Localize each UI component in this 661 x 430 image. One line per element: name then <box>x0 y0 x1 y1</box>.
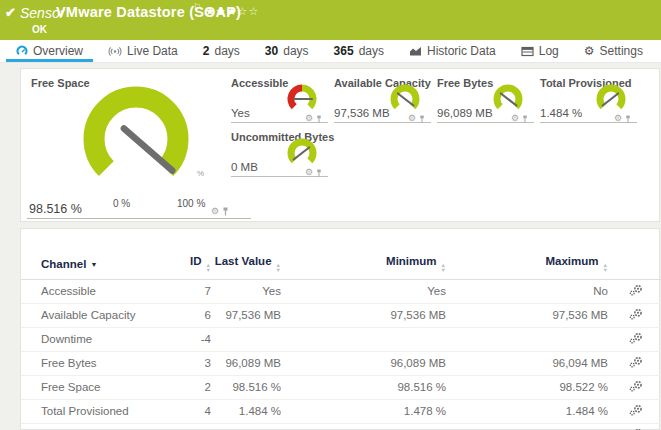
mini-gauge-accessible: Accessible Yes ⚙ <box>231 77 328 125</box>
channel-settings-icon[interactable] <box>629 404 643 416</box>
channel-settings-icon[interactable] <box>629 284 643 296</box>
tab-label: days <box>214 44 239 58</box>
channel-gear-icon[interactable]: ⚙ <box>511 114 519 123</box>
tab-historic-data[interactable]: Historic Data <box>405 40 500 62</box>
col-header-last-value[interactable]: Last Value▲▼ <box>211 249 281 280</box>
channel-gear-icon[interactable]: ⚙ <box>408 114 416 123</box>
tab-live-data[interactable]: Live Data <box>104 40 182 62</box>
table-row[interactable]: Available Capacity697,536 MB97,536 MB97,… <box>21 304 661 328</box>
pin-icon[interactable] <box>316 169 322 177</box>
gauge-needle <box>124 129 172 171</box>
priority-stars[interactable]: ★★★☆☆ <box>205 5 259 18</box>
gear-icon: ⚙ <box>584 45 595 57</box>
channel-maximum: 96,094 MB <box>446 352 608 376</box>
mini-gauge-value: 0 MB <box>231 161 258 173</box>
gauge-needle <box>294 148 309 160</box>
tab-label: Settings <box>600 44 643 58</box>
channel-table: Channel▼ ID▲▼ Last Value▲▼ Minimum▲▼ Max… <box>21 249 661 430</box>
channel-name[interactable]: Available Capacity <box>21 304 171 328</box>
channel-gear-icon[interactable]: ⚙ <box>614 114 622 123</box>
channel-maximum: 0 MB <box>446 424 608 430</box>
col-header-actions <box>608 249 661 280</box>
log-icon <box>521 46 534 57</box>
sort-desc-icon: ▼ <box>90 261 97 268</box>
col-header-minimum[interactable]: Minimum▲▼ <box>281 249 446 280</box>
pin-icon[interactable] <box>625 115 631 123</box>
pin-icon[interactable] <box>316 115 322 123</box>
channel-name[interactable]: Free Space <box>21 376 171 400</box>
tab-365-days[interactable]: 365days <box>330 40 388 62</box>
channel-maximum: 98.522 % <box>446 376 608 400</box>
gauge-max-label: 100 % <box>177 198 205 209</box>
mini-gauge-value: 1.484 % <box>540 107 582 119</box>
channel-gear-icon[interactable]: ⚙ <box>305 114 313 123</box>
channel-last-value: Yes <box>211 280 281 304</box>
gauge-icon <box>16 45 28 57</box>
table-row[interactable]: Accessible7YesYesNo <box>21 280 661 304</box>
tab-overview[interactable]: Overview <box>12 40 87 62</box>
sensor-status-header: ✔ Sensor VMware Datastore (SOAP) ⚐ ★★★☆☆… <box>0 0 661 40</box>
channel-last-value: 0 MB <box>211 424 281 430</box>
stars-filled: ★★★ <box>205 5 238 17</box>
gauge-min-label: 0 % <box>113 198 130 209</box>
col-header-channel[interactable]: Channel▼ <box>21 249 171 280</box>
tab-30-days[interactable]: 30days <box>261 40 313 62</box>
channel-minimum: Yes <box>281 280 446 304</box>
gauge-unit-label: % <box>197 169 204 178</box>
channel-gear-icon[interactable]: ⚙ <box>305 168 313 177</box>
channel-id: 5 <box>171 424 211 430</box>
mini-gauge-value: Yes <box>231 107 250 119</box>
mini-gauge-uncommitted-bytes: Uncommitted Bytes 0 MB ⚙ <box>231 131 328 179</box>
tab-2-days[interactable]: 2days <box>199 40 244 62</box>
mini-gauge-total-provisioned: Total Provisioned 1.484 % ⚙ <box>540 77 637 125</box>
pin-icon[interactable] <box>222 207 229 216</box>
channel-name[interactable]: Accessible <box>21 280 171 304</box>
table-row[interactable]: Total Provisioned41.484 %1.478 %1.484 % <box>21 400 661 424</box>
channel-minimum: 98.516 % <box>281 376 446 400</box>
channel-id: 6 <box>171 304 211 328</box>
chart-icon <box>409 45 422 57</box>
channel-minimum <box>281 328 446 352</box>
flag-icon[interactable]: ⚐ <box>193 2 201 12</box>
status-badge: OK <box>32 24 47 35</box>
prtg-sensor-page: { "colors": { "brand_green": "#a8c12c", … <box>0 0 661 430</box>
channel-settings-icon[interactable] <box>629 356 643 368</box>
channel-name[interactable]: Uncommitted Bytes <box>21 424 171 430</box>
channel-settings-icon[interactable] <box>629 308 643 320</box>
channel-last-value: 96,089 MB <box>211 352 281 376</box>
table-row[interactable]: Free Space298.516 %98.516 %98.522 % <box>21 376 661 400</box>
channel-name[interactable]: Downtime <box>21 328 171 352</box>
channel-id: 4 <box>171 400 211 424</box>
channel-last-value: 98.516 % <box>211 376 281 400</box>
mini-gauge-available-capacity: Available Capacity 97,536 MB ⚙ <box>334 77 431 125</box>
channel-settings-icon[interactable] <box>629 332 643 344</box>
channel-settings-cell <box>608 280 661 304</box>
channel-id: 7 <box>171 280 211 304</box>
tab-label: Overview <box>33 44 83 58</box>
channel-settings-cell <box>608 304 661 328</box>
channel-name[interactable]: Total Provisioned <box>21 400 171 424</box>
channel-settings-icon[interactable] <box>629 380 643 392</box>
gauge-needle <box>501 94 517 106</box>
pin-icon[interactable] <box>419 115 425 123</box>
channel-maximum: 1.484 % <box>446 400 608 424</box>
stars-empty: ☆☆ <box>238 5 260 17</box>
mini-gauge-title: Accessible <box>231 77 288 89</box>
col-header-maximum[interactable]: Maximum▲▼ <box>446 249 608 280</box>
tab-settings[interactable]: ⚙ Settings <box>580 40 647 62</box>
table-header-row: Channel▼ ID▲▼ Last Value▲▼ Minimum▲▼ Max… <box>21 249 661 280</box>
col-header-id[interactable]: ID▲▼ <box>171 249 211 280</box>
table-row[interactable]: Downtime-4 <box>21 328 661 352</box>
channel-settings-cell <box>608 424 661 430</box>
channel-id: 3 <box>171 352 211 376</box>
channel-maximum: No <box>446 280 608 304</box>
tab-log[interactable]: Log <box>517 40 563 62</box>
table-row[interactable]: Free Bytes396,089 MB96,089 MB96,094 MB <box>21 352 661 376</box>
pin-icon[interactable] <box>522 115 528 123</box>
tab-label: Historic Data <box>427 44 496 58</box>
channel-gear-icon[interactable]: ⚙ <box>211 207 219 216</box>
gauge-needle <box>398 94 414 106</box>
table-row[interactable]: Uncommitted Bytes50 MB0 MB0 MB <box>21 424 661 430</box>
channel-name[interactable]: Free Bytes <box>21 352 171 376</box>
channel-minimum: 97,536 MB <box>281 304 446 328</box>
